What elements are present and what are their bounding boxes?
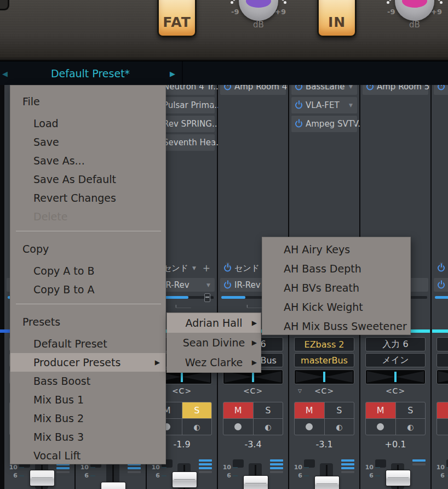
meter-segment bbox=[128, 471, 141, 473]
fader-scale-tick bbox=[375, 475, 380, 476]
submenu-item-wez-clarke[interactable]: Wez Clarke▶ bbox=[167, 352, 261, 372]
chevron-down-icon[interactable]: ▼ bbox=[353, 122, 356, 127]
solo-button[interactable]: S bbox=[254, 402, 283, 418]
menu-item-copy-b-to-a[interactable]: Copy B to A bbox=[10, 280, 165, 299]
chevron-down-icon[interactable]: ▼ bbox=[210, 103, 214, 108]
power-icon[interactable] bbox=[438, 281, 445, 288]
menu-item-label: Copy A to B bbox=[33, 265, 94, 277]
channel-output-label[interactable]: masterBus bbox=[294, 353, 354, 367]
meter-segment bbox=[270, 471, 283, 473]
submenu-item-sean-divine[interactable]: Sean Divine▶ bbox=[167, 333, 261, 352]
menu-item-bass-boost[interactable]: Bass Boost bbox=[10, 372, 165, 390]
menu-item-default-preset[interactable]: Default Preset bbox=[10, 334, 165, 353]
pan-control[interactable] bbox=[294, 369, 354, 384]
power-icon[interactable] bbox=[224, 265, 231, 272]
menu-item-revert-changes[interactable]: Revert Changes bbox=[10, 189, 165, 207]
meter-segment bbox=[128, 467, 141, 469]
menu-item-save-as[interactable]: Save As... bbox=[10, 151, 165, 170]
next-preset-arrow-icon[interactable]: ▶ bbox=[170, 69, 175, 77]
channel-input-label[interactable]: 入力 6 bbox=[365, 337, 426, 351]
monitor-button[interactable]: ◐ bbox=[182, 419, 212, 435]
chevron-down-icon[interactable]: ▼ bbox=[206, 282, 210, 288]
channel-input-label[interactable]: EZbass 2 bbox=[294, 337, 354, 351]
fader-scale: 106 bbox=[9, 463, 24, 480]
power-icon[interactable] bbox=[295, 121, 302, 128]
volume-readout[interactable]: -3.1 bbox=[289, 439, 359, 450]
fader-scale-label: 10 bbox=[294, 464, 302, 471]
mute-button[interactable]: M bbox=[223, 402, 253, 418]
send-level-slider[interactable] bbox=[435, 296, 448, 299]
chevron-down-icon[interactable]: ▼ bbox=[210, 140, 214, 145]
monitor-button[interactable]: ◐ bbox=[325, 419, 354, 435]
knob-cap bbox=[402, 0, 427, 8]
preset-name[interactable]: Default Preset* bbox=[0, 61, 181, 85]
mute-button[interactable]: M bbox=[437, 402, 448, 418]
channel-output-label[interactable] bbox=[436, 353, 448, 367]
menu-item-load[interactable]: Load bbox=[10, 114, 165, 133]
fader-handle[interactable] bbox=[101, 482, 126, 489]
power-icon[interactable] bbox=[295, 102, 302, 109]
power-icon[interactable] bbox=[438, 265, 445, 272]
fader-handle[interactable] bbox=[386, 470, 411, 486]
menu-item-mix-bus-3[interactable]: Mix Bus 3 bbox=[10, 428, 165, 446]
chevron-down-icon[interactable]: ▼ bbox=[192, 265, 196, 271]
monitor-button[interactable]: ◐ bbox=[254, 419, 283, 435]
record-arm-button[interactable] bbox=[366, 419, 395, 435]
insert-slot[interactable]: Ampeg SVTV..▼ bbox=[291, 116, 357, 132]
power-icon[interactable] bbox=[224, 281, 231, 288]
preset-item-ah-kick-weight[interactable]: AH Kick Weight bbox=[262, 297, 410, 316]
send-level-fill bbox=[221, 296, 245, 299]
fader-handle[interactable] bbox=[314, 476, 340, 489]
menu-item-label: Mix Bus 2 bbox=[33, 412, 84, 424]
menu-section-header-presets: Presets bbox=[10, 312, 165, 331]
preset-item-ah-bvs-breath[interactable]: AH BVs Breath bbox=[262, 278, 410, 297]
menu-item-label: Save As Default bbox=[33, 173, 116, 185]
channel-input-label[interactable] bbox=[436, 337, 448, 351]
submenu-item-adrian-hall[interactable]: Adrian Hall▶ bbox=[167, 313, 261, 333]
pan-control[interactable] bbox=[365, 369, 426, 384]
submenu-arrow-icon: ▶ bbox=[252, 359, 257, 366]
volume-readout[interactable]: -3.4 bbox=[218, 439, 288, 450]
meter-segment bbox=[270, 459, 283, 462]
menu-item-save-as-default[interactable]: Save As Default bbox=[10, 170, 165, 189]
volume-readout[interactable]: +0.1 bbox=[360, 439, 430, 450]
pan-control[interactable] bbox=[436, 369, 448, 384]
fader-handle[interactable] bbox=[30, 470, 55, 486]
record-arm-button[interactable] bbox=[223, 419, 253, 435]
preset-item-ah-airy-keys[interactable]: AH Airy Keys bbox=[262, 240, 410, 259]
fader-scale: 106 bbox=[436, 463, 448, 480]
chevron-down-icon[interactable]: ▼ bbox=[349, 103, 353, 108]
preset-item-ah-bass-depth[interactable]: AH Bass Depth bbox=[262, 259, 410, 278]
menu-item-mix-bus-1[interactable]: Mix Bus 1 bbox=[10, 390, 165, 409]
menu-item-save[interactable]: Save bbox=[10, 133, 165, 151]
record-arm-button[interactable] bbox=[437, 419, 448, 435]
gain-knob-right[interactable]: -9 +9 dB bbox=[395, 0, 434, 21]
add-send-icon[interactable]: + bbox=[203, 263, 210, 274]
pan-right-wedge bbox=[325, 371, 353, 383]
mute-button[interactable]: M bbox=[366, 402, 395, 418]
knob-tick bbox=[389, 0, 394, 1]
preset-item-ah-mix-buss-sweetener[interactable]: AH Mix Buss Sweetener bbox=[262, 316, 410, 336]
record-arm-button[interactable] bbox=[295, 419, 324, 435]
fader-handle[interactable] bbox=[172, 471, 197, 488]
send-slot[interactable]: IR-Rev bbox=[434, 278, 448, 292]
solo-button[interactable]: S bbox=[325, 402, 354, 418]
menu-item-label: Vocal Lift bbox=[33, 450, 81, 462]
fader-handle[interactable] bbox=[243, 475, 268, 489]
solo-button[interactable]: S bbox=[396, 402, 426, 418]
menu-item-mix-bus-2[interactable]: Mix Bus 2 bbox=[10, 409, 165, 428]
monitor-button[interactable]: ◐ bbox=[396, 419, 426, 435]
mute-button[interactable]: M bbox=[295, 402, 324, 418]
fat-button[interactable]: FAT bbox=[157, 0, 197, 37]
send-section-label: センド bbox=[234, 263, 260, 274]
menu-item-copy-a-to-b[interactable]: Copy A to B bbox=[10, 261, 165, 280]
menu-item-producer-presets[interactable]: Producer Presets▶ bbox=[10, 353, 165, 372]
gain-knob-left[interactable]: -9 +9 dB bbox=[239, 0, 278, 21]
in-button[interactable]: IN bbox=[317, 0, 357, 37]
menu-item-vocal-lift[interactable]: Vocal Lift bbox=[10, 446, 165, 465]
channel-output-label[interactable]: メイン bbox=[365, 353, 426, 367]
send-level-fill bbox=[435, 296, 448, 299]
insert-slot[interactable]: VLA-FET▼ bbox=[291, 97, 357, 113]
send-level-handle[interactable] bbox=[204, 293, 210, 302]
solo-button[interactable]: S bbox=[182, 402, 212, 418]
